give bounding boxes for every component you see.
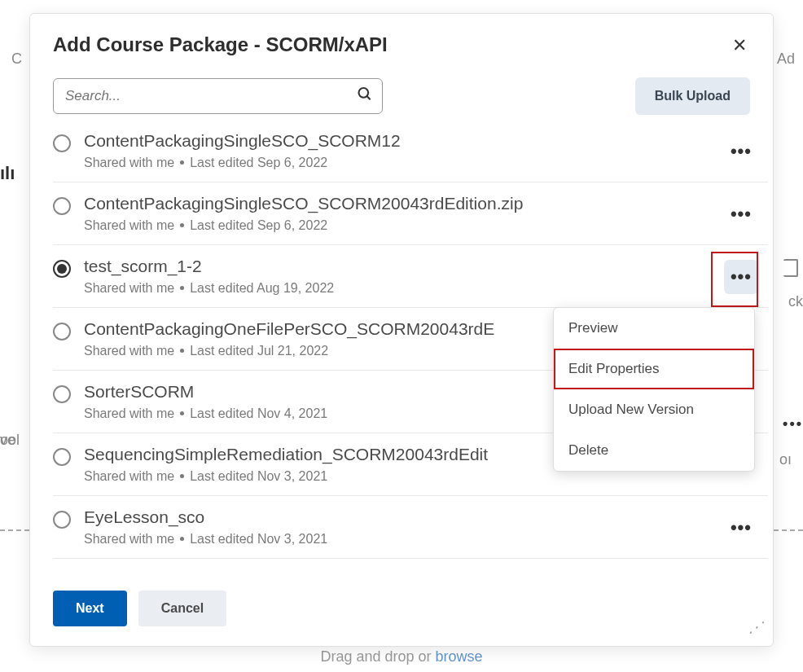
shared-label: Shared with me (84, 406, 174, 420)
package-meta: Shared with meLast edited Aug 19, 2022 (84, 281, 724, 296)
shared-label: Shared with me (84, 469, 174, 483)
resize-handle-icon: ⋰ (748, 618, 763, 636)
svg-point-0 (359, 88, 369, 98)
last-edited-label: Last edited Sep 6, 2022 (190, 218, 327, 232)
modal-toolbar: Bulk Upload (30, 71, 773, 115)
shared-label: Shared with me (84, 156, 174, 169)
shared-label: Shared with me (84, 532, 174, 546)
search-input[interactable] (53, 78, 383, 114)
separator-dot (180, 223, 184, 227)
package-info: ContentPackagingSingleSCO_SCORM12Shared … (84, 131, 724, 170)
separator-dot (180, 286, 184, 290)
modal-header: Add Course Package - SCORM/xAPI ✕ (30, 14, 773, 71)
radio-button[interactable] (53, 134, 71, 152)
shared-label: Shared with me (84, 281, 174, 295)
modal-title: Add Course Package - SCORM/xAPI (53, 33, 388, 56)
cancel-button[interactable]: Cancel (138, 591, 226, 626)
svg-line-1 (367, 96, 371, 99)
package-info: ContentPackagingSingleSCO_SCORM20043rdEd… (84, 194, 724, 233)
bulk-upload-button[interactable]: Bulk Upload (635, 77, 750, 115)
separator-dot (180, 349, 184, 353)
radio-wrapper (53, 382, 84, 406)
more-actions-button[interactable]: ••• (724, 511, 758, 545)
package-title: test_scorm_1-2 (84, 257, 724, 276)
last-edited-label: Last edited Aug 19, 2022 (190, 281, 334, 295)
package-title: EyeLesson_sco (84, 507, 724, 527)
radio-wrapper (53, 507, 84, 532)
dropdown-item-preview[interactable]: Preview (554, 308, 754, 349)
last-edited-label: Last edited Sep 6, 2022 (190, 156, 327, 169)
close-icon: ✕ (732, 35, 747, 55)
radio-button[interactable] (53, 323, 71, 340)
next-button[interactable]: Next (53, 591, 127, 626)
package-title: ContentPackagingSingleSCO_SCORM20043rdEd… (84, 194, 724, 213)
package-meta: Shared with meLast edited Sep 6, 2022 (84, 156, 724, 170)
radio-wrapper (53, 194, 84, 218)
package-title: ContentPackagingSingleSCO_SCORM12 (84, 131, 724, 151)
separator-dot (180, 537, 184, 541)
last-edited-label: Last edited Nov 3, 2021 (190, 469, 327, 483)
package-item[interactable]: ContentPackagingSingleSCO_SCORM12Shared … (53, 125, 768, 182)
radio-button[interactable] (53, 260, 71, 278)
modal-footer: Next Cancel ⋰ (30, 582, 773, 646)
radio-wrapper (53, 319, 84, 344)
shared-label: Shared with me (84, 218, 174, 232)
radio-wrapper (53, 257, 84, 281)
modal-body: ContentPackagingSingleSCO_SCORM12Shared … (30, 115, 773, 582)
radio-button[interactable] (53, 197, 71, 215)
radio-button[interactable] (53, 448, 71, 466)
separator-dot (180, 411, 184, 415)
package-item[interactable]: test_scorm_1-2Shared with meLast edited … (53, 245, 768, 308)
more-actions-button[interactable]: ••• (724, 134, 758, 169)
radio-wrapper (53, 131, 84, 156)
dropdown-item-delete[interactable]: Delete (554, 430, 754, 471)
separator-dot (180, 474, 184, 478)
last-edited-label: Last edited Nov 3, 2021 (190, 532, 327, 546)
package-meta: Shared with meLast edited Sep 6, 2022 (84, 218, 724, 233)
radio-button[interactable] (53, 385, 71, 403)
separator-dot (180, 160, 184, 165)
package-item[interactable]: ContentPackagingSingleSCO_SCORM20043rdEd… (53, 182, 768, 245)
add-course-package-modal: Add Course Package - SCORM/xAPI ✕ Bulk U… (29, 13, 774, 647)
search-icon (357, 86, 373, 107)
package-info: EyeLesson_scoShared with meLast edited N… (84, 507, 724, 547)
search-wrapper (53, 78, 383, 114)
close-button[interactable]: ✕ (729, 33, 750, 58)
dropdown-item-upload-new-version[interactable]: Upload New Version (554, 389, 754, 430)
package-meta: Shared with meLast edited Nov 3, 2021 (84, 532, 724, 547)
shared-label: Shared with me (84, 344, 174, 358)
more-actions-button[interactable]: ••• (724, 260, 758, 294)
package-item[interactable]: EyeLesson_scoShared with meLast edited N… (53, 496, 768, 559)
modal-overlay: Add Course Package - SCORM/xAPI ✕ Bulk U… (0, 0, 803, 672)
dropdown-item-edit-properties[interactable]: Edit Properties (554, 349, 754, 389)
radio-button[interactable] (53, 511, 71, 529)
radio-wrapper (53, 445, 84, 469)
more-actions-button[interactable]: ••• (724, 197, 758, 231)
last-edited-label: Last edited Jul 21, 2022 (190, 344, 328, 358)
package-info: test_scorm_1-2Shared with meLast edited … (84, 257, 724, 296)
last-edited-label: Last edited Nov 4, 2021 (190, 406, 327, 420)
more-actions-dropdown: PreviewEdit PropertiesUpload New Version… (553, 307, 755, 472)
